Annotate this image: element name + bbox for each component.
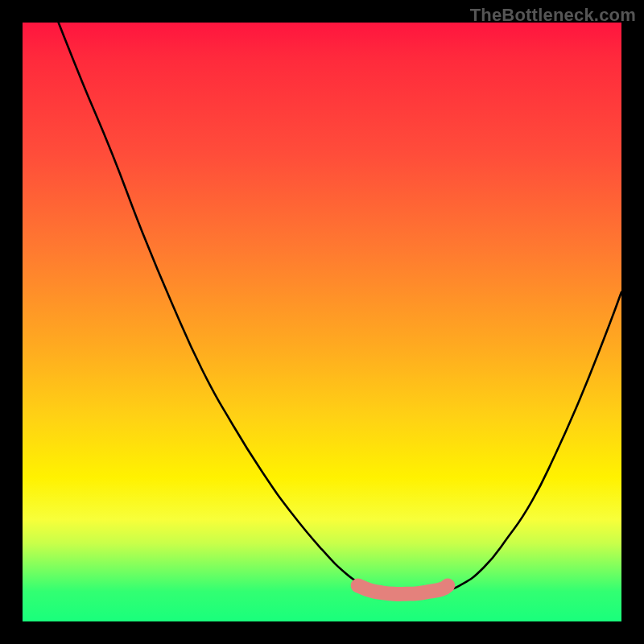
left-curve: [59, 23, 376, 592]
bottom-highlight: [358, 585, 448, 594]
watermark-text: TheBottleneck.com: [470, 5, 636, 26]
right-curve: [442, 292, 621, 592]
curve-group: [59, 23, 621, 594]
chart-frame: TheBottleneck.com: [0, 0, 644, 644]
curve-layer: [23, 23, 621, 621]
plot-area: [23, 23, 621, 621]
